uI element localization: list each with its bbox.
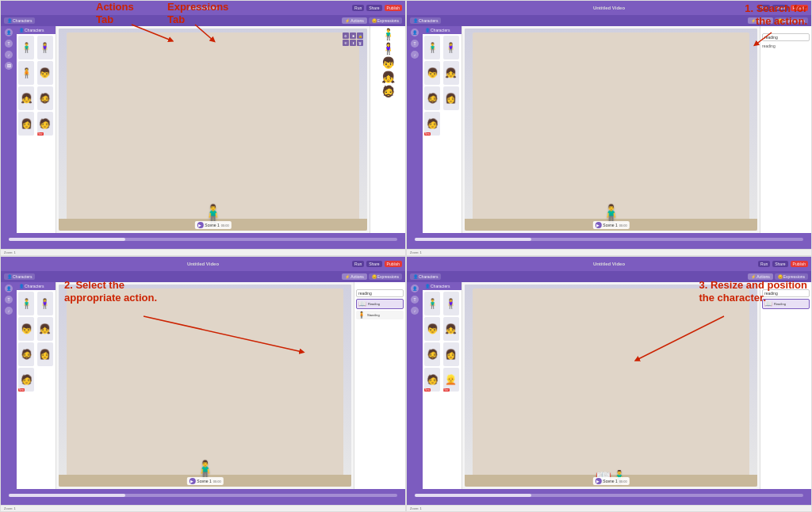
char-7-q3[interactable]: 🧑 <box>18 368 34 392</box>
sidebar-person-icon-q2[interactable]: 👤 <box>411 29 419 36</box>
si-2[interactable]: ✱ <box>350 32 356 39</box>
share-btn-q2[interactable]: Share <box>772 5 787 11</box>
char-3-q2[interactable]: 👦 <box>424 61 440 85</box>
char-8-q1[interactable]: 🧑 <box>37 112 53 136</box>
share-btn-q1[interactable]: Share <box>366 5 381 11</box>
sidebar-music-icon-q3[interactable]: ♪ <box>5 307 13 315</box>
play-btn-q1[interactable]: ▶ <box>197 222 203 228</box>
char-7-q2[interactable]: 🧑 <box>424 112 440 136</box>
publish-btn-q1[interactable]: Publish <box>385 5 402 11</box>
char-8-q4[interactable]: 👱 <box>443 368 459 392</box>
char-5-q4[interactable]: 🧔 <box>424 342 440 366</box>
action-reading-q4[interactable]: 📖 Reading <box>762 299 810 309</box>
publish-btn-q3[interactable]: Publish <box>385 261 402 267</box>
actions-tab-q2[interactable]: ⚡Actions <box>748 17 772 24</box>
si-4[interactable]: 👁 <box>343 40 349 46</box>
char-7-q4[interactable]: 🧑 <box>424 368 440 392</box>
sidebar-person-icon-q4[interactable]: 👤 <box>411 285 419 292</box>
sidebar-music-icon-q4[interactable]: ♪ <box>411 307 419 315</box>
characters-tab-q4[interactable]: 👤Characters <box>410 273 441 280</box>
timeline-progress-q2 <box>415 238 531 241</box>
si-5[interactable]: ⬆ <box>350 40 356 46</box>
char-7-q1[interactable]: 👩 <box>18 112 34 136</box>
char-3-q4[interactable]: 👦 <box>424 317 440 341</box>
sidebar-text-icon-q2[interactable]: T <box>411 40 419 48</box>
char-5-q2[interactable]: 🧔 <box>424 86 440 110</box>
time-q2: 00:00 <box>619 224 627 227</box>
char-4-q1[interactable]: 👦 <box>37 61 53 85</box>
char-6-q3[interactable]: 👩 <box>37 342 53 366</box>
char-3-q3[interactable]: 👦 <box>18 317 34 341</box>
action-icon-q4: 📖 <box>764 300 772 308</box>
characters-tab-q3[interactable]: 👤Characters <box>4 273 35 280</box>
expressions-tab-q4[interactable]: 😊Expressions <box>775 273 808 280</box>
char-5-q3[interactable]: 🧔 <box>18 342 34 366</box>
publish-btn-q2[interactable]: Publish <box>791 5 808 11</box>
play-btn-q2[interactable]: ▶ <box>595 222 601 228</box>
scene-label-q2: Scene 1 <box>603 223 617 227</box>
run-btn-q4[interactable]: Run <box>758 261 770 267</box>
si-6[interactable]: 🗑 <box>357 40 363 46</box>
actions-tab-q3[interactable]: ⚡Actions <box>342 273 366 280</box>
scene-q1: 🧍‍♂️ ⚙ ✱ 🔒 👁 ⬆ 🗑 <box>59 29 367 231</box>
sidebar-music-icon[interactable]: ♪ <box>5 51 13 59</box>
rc-2-q1[interactable]: 🧍‍♀️ <box>381 42 395 55</box>
si-3[interactable]: 🔒 <box>357 32 363 39</box>
char-2-q3[interactable]: 🧍‍♀️ <box>37 292 53 315</box>
run-btn-q3[interactable]: Run <box>352 261 364 267</box>
run-btn-q1[interactable]: Run <box>352 5 364 11</box>
char-5-q1[interactable]: 👧 <box>18 86 34 110</box>
controls-q1: ▶ Scene 1 00:00 <box>194 221 231 229</box>
char-1-q4[interactable]: 🧍‍♂️ <box>424 292 440 315</box>
publish-btn-q4[interactable]: Publish <box>791 261 808 267</box>
char-1-q3[interactable]: 🧍‍♂️ <box>18 292 34 315</box>
action-other-q3[interactable]: 🧍 Standing <box>356 311 404 319</box>
rc-1-q1[interactable]: 🧍‍♂️ <box>381 28 395 40</box>
actions-tab-q4[interactable]: ⚡Actions <box>748 273 772 280</box>
expressions-tab-q1[interactable]: 😊Expressions <box>369 17 402 24</box>
play-btn-q3[interactable]: ▶ <box>189 478 195 484</box>
run-btn-q2[interactable]: Run <box>758 5 770 11</box>
actions-tab-q1[interactable]: ⚡Actions <box>342 17 366 24</box>
characters-tab-q1[interactable]: 👤Characters <box>4 17 35 24</box>
sidebar-q4: 👤 T ♪ <box>407 282 423 489</box>
search-input-q2[interactable] <box>762 33 810 41</box>
rc-3-q1[interactable]: 👦 <box>381 56 395 69</box>
char-2-q1[interactable]: 🧍‍♀️ <box>37 36 53 59</box>
play-btn-q4[interactable]: ▶ <box>595 478 601 484</box>
sidebar-text-icon-q3[interactable]: T <box>5 296 13 304</box>
share-btn-q3[interactable]: Share <box>366 261 381 267</box>
char-4-q4[interactable]: 👧 <box>443 317 459 341</box>
search-input-q3[interactable] <box>356 289 404 297</box>
char-6-q4[interactable]: 👩 <box>443 342 459 366</box>
action-reading-q3[interactable]: 📖 Reading <box>356 299 404 309</box>
sidebar-person-icon[interactable]: 👤 <box>5 29 13 36</box>
char-6-q1[interactable]: 🧔 <box>37 86 53 110</box>
main-grid: Untitled Video Run Share Publish 👤Charac… <box>0 0 812 512</box>
rc-5-q1[interactable]: 🧔 <box>381 85 395 97</box>
title-q2: Untitled Video <box>593 6 625 10</box>
sidebar-text-icon-q4[interactable]: T <box>411 296 419 304</box>
chars-overlay-q1: 🧍‍♂️ <box>59 29 367 231</box>
char-2-q4[interactable]: 🧍‍♀️ <box>443 292 459 315</box>
char-1-q2[interactable]: 🧍‍♂️ <box>424 36 440 59</box>
sidebar-person-icon-q3[interactable]: 👤 <box>5 285 13 292</box>
char-2-q2[interactable]: 🧍‍♀️ <box>443 36 459 59</box>
characters-tab-q2[interactable]: 👤Characters <box>410 17 441 24</box>
nav-q4: 👤Characters ⚡Actions 😊Expressions <box>407 271 811 282</box>
expressions-tab-q2[interactable]: 😊Expressions <box>775 17 808 24</box>
si-1[interactable]: ⚙ <box>343 32 349 39</box>
char-3-q1[interactable]: 🧍 <box>18 61 34 85</box>
char-6-q2[interactable]: 👩 <box>443 86 459 110</box>
search-input-q4[interactable] <box>762 289 810 297</box>
char-4-q3[interactable]: 👧 <box>37 317 53 341</box>
expressions-tab-q3[interactable]: 😊Expressions <box>369 273 402 280</box>
rc-4-q1[interactable]: 👧 <box>381 71 395 83</box>
sidebar-text-icon[interactable]: T <box>5 40 13 48</box>
sidebar-img-icon[interactable]: 🖼 <box>5 62 13 70</box>
zoom-bar-q2: Zoom: 1 <box>407 249 811 255</box>
sidebar-music-icon-q2[interactable]: ♪ <box>411 51 419 59</box>
char-1-q1[interactable]: 🧍‍♂️ <box>18 36 34 59</box>
char-4-q2[interactable]: 👧 <box>443 61 459 85</box>
share-btn-q4[interactable]: Share <box>772 261 787 267</box>
